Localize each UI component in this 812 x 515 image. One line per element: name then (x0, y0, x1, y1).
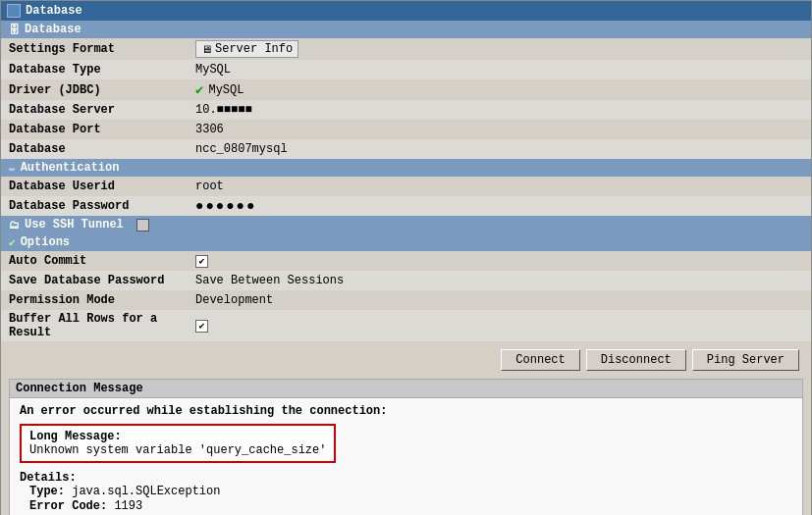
ping-server-button[interactable]: Ping Server (692, 349, 799, 371)
long-msg-text: Unknown system variable 'query_cache_siz… (29, 443, 326, 457)
window-title: Database (26, 4, 82, 18)
disconnect-button[interactable]: Disconnect (586, 349, 686, 371)
error-main-text: An error occurred while establishing the… (20, 404, 792, 418)
settings-format-label: Settings Format (9, 42, 195, 56)
details-section: Details: Type: java.sql.SQLException Err… (20, 471, 792, 515)
ssh-header-label: Use SSH Tunnel (25, 218, 124, 232)
database-type-label: Database Type (9, 63, 195, 77)
detail-type-row: Type: java.sql.SQLException (29, 485, 792, 498)
auto-commit-checkbox[interactable]: ✔ (195, 255, 208, 268)
ssh-section: 🗂 Use SSH Tunnel (1, 216, 811, 233)
connection-message-body: An error occurred while establishing the… (10, 398, 802, 515)
title-bar-icon (7, 4, 21, 18)
buffer-rows-checkbox[interactable]: ✔ (195, 320, 208, 333)
db-port-label: Database Port (9, 123, 195, 136)
database-type-row: Database Type MySQL (1, 60, 811, 79)
ssh-header: 🗂 Use SSH Tunnel (1, 216, 811, 233)
driver-value: ✔ MySQL (195, 81, 244, 98)
db-port-value: 3306 (195, 123, 224, 136)
ssh-icon: 🗂 (9, 219, 20, 232)
server-info-badge: 🖥 Server Info (195, 40, 298, 58)
options-header-label: Options (21, 235, 70, 249)
database-header-label: Database (25, 23, 81, 36)
settings-format-row: Settings Format 🖥 Server Info (1, 38, 811, 60)
permission-mode-row: Permission Mode Development (1, 290, 811, 310)
database-header: 🗄 Database (1, 21, 811, 38)
auto-commit-label: Auto Commit (9, 254, 195, 268)
db-userid-row: Database Userid root (1, 177, 811, 196)
connection-message-section: Connection Message An error occurred whi… (9, 379, 803, 515)
server-info-icon: 🖥 (201, 43, 212, 56)
long-message-box: Long Message: Unknown system variable 'q… (20, 424, 336, 463)
buffer-rows-row: Buffer All Rows for a Result ✔ (1, 310, 811, 341)
database-type-value: MySQL (195, 63, 231, 77)
password-dots: ●●●●●● (195, 198, 256, 214)
auth-header: ✏ Authentication (1, 159, 811, 177)
detail-errorcode-label: Error Code: (29, 499, 107, 513)
database-icon: 🗄 (9, 24, 20, 36)
buffer-rows-value: ✔ (195, 320, 208, 333)
auto-commit-value: ✔ (195, 255, 208, 268)
driver-check-icon: ✔ (195, 81, 203, 98)
auto-commit-row: Auto Commit ✔ (1, 251, 811, 271)
save-password-label: Save Database Password (9, 274, 195, 287)
auth-section: ✏ Authentication Database Userid root Da… (1, 159, 811, 216)
database-name-row: Database ncc_0807mysql (1, 139, 811, 159)
auth-icon: ✏ (9, 162, 16, 175)
connect-button[interactable]: Connect (501, 349, 579, 371)
db-server-label: Database Server (9, 103, 195, 117)
title-bar: Database (1, 1, 811, 21)
details-label: Details: (20, 471, 792, 485)
permission-mode-label: Permission Mode (9, 293, 195, 307)
action-buttons: Connect Disconnect Ping Server (1, 341, 811, 379)
database-name-label: Database (9, 142, 195, 156)
auth-header-label: Authentication (21, 161, 120, 175)
db-server-value: 10.■■■■■ (195, 103, 252, 117)
db-password-label: Database Password (9, 199, 195, 213)
buffer-rows-label: Buffer All Rows for a Result (9, 312, 195, 339)
detail-type-value: java.sql.SQLException (72, 485, 220, 498)
settings-format-value: 🖥 Server Info (195, 40, 298, 58)
long-msg-label: Long Message: (29, 430, 326, 443)
db-port-row: Database Port 3306 (1, 120, 811, 139)
db-server-row: Database Server 10.■■■■■ (1, 100, 811, 120)
detail-type-label: Type: (29, 485, 65, 498)
db-password-row: Database Password ●●●●●● (1, 196, 811, 216)
options-icon: ✔ (9, 236, 16, 249)
database-section: 🗄 Database Settings Format 🖥 Server Info… (1, 21, 811, 159)
database-name-value: ncc_0807mysql (195, 142, 288, 156)
connection-message-title: Connection Message (10, 380, 802, 398)
save-password-row: Save Database Password Save Between Sess… (1, 271, 811, 290)
detail-errorcode-value: 1193 (114, 499, 142, 513)
detail-errorcode-row: Error Code: 1193 (29, 499, 792, 513)
db-userid-label: Database Userid (9, 180, 195, 193)
db-password-value: ●●●●●● (195, 198, 256, 214)
driver-label: Driver (JDBC) (9, 83, 195, 97)
db-userid-value: root (195, 180, 224, 193)
options-section: ✔ Options Auto Commit ✔ Save Database Pa… (1, 233, 811, 341)
permission-mode-value: Development (195, 293, 273, 307)
save-password-value: Save Between Sessions (195, 274, 344, 287)
ssh-checkbox[interactable] (136, 219, 149, 232)
driver-row: Driver (JDBC) ✔ MySQL (1, 79, 811, 100)
database-window: Database 🗄 Database Settings Format 🖥 Se… (0, 0, 812, 515)
options-header: ✔ Options (1, 233, 811, 251)
